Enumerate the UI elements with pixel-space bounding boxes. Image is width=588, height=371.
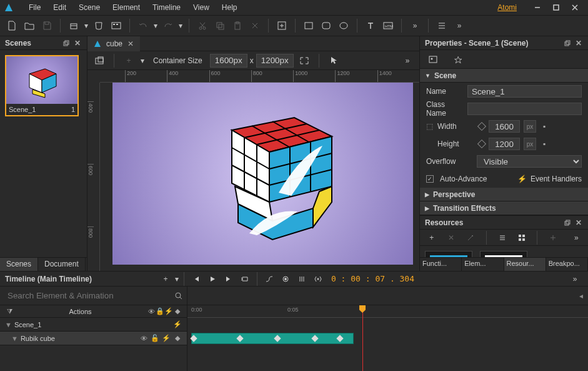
width-menu-icon[interactable]: ▪	[540, 122, 549, 131]
menu-element[interactable]: Element	[106, 1, 146, 14]
ellipse-tool-icon[interactable]	[336, 18, 352, 34]
res-restore-icon[interactable]	[563, 218, 572, 227]
section-transition[interactable]: ▶Transition Effects	[420, 201, 588, 215]
new-file-icon[interactable]	[4, 18, 20, 34]
track-scene[interactable]: ▼ Scene_1 ⚡	[0, 318, 187, 332]
visibility-icon[interactable]: 👁	[147, 307, 156, 316]
close-button[interactable]	[566, 1, 584, 14]
menu-file[interactable]: File	[22, 1, 47, 14]
menu-scene[interactable]: Scene	[72, 1, 106, 14]
text-tool-icon[interactable]	[362, 18, 379, 34]
html5-export-icon[interactable]	[91, 18, 107, 34]
video-export-icon[interactable]	[108, 18, 124, 34]
play-icon[interactable]	[204, 271, 221, 287]
container-height-input[interactable]	[256, 54, 294, 68]
auto-advance-checkbox[interactable]: ✓	[426, 175, 434, 183]
skip-end-icon[interactable]	[221, 271, 237, 287]
class-input[interactable]	[467, 103, 582, 115]
record-icon[interactable]	[277, 271, 294, 287]
height-input[interactable]	[489, 138, 520, 150]
height-unit[interactable]: px	[524, 138, 536, 150]
props-close-icon[interactable]: ✕	[574, 39, 583, 48]
timecode-display[interactable]: 0 : 00 : 07 . 304	[331, 274, 414, 283]
menu-help[interactable]: Help	[216, 1, 244, 14]
add-dropdown[interactable]: ▾	[139, 53, 146, 69]
name-input[interactable]	[467, 85, 582, 98]
rectangle-tool-icon[interactable]	[301, 18, 317, 34]
minimize-button[interactable]	[528, 1, 547, 14]
timeline-add-icon[interactable]: +	[157, 271, 174, 287]
easing-icon[interactable]	[261, 271, 277, 287]
tab-document[interactable]: Document	[38, 258, 86, 271]
container-width-input[interactable]	[210, 54, 247, 68]
rounded-rect-tool-icon[interactable]	[318, 18, 334, 34]
doc-close-icon[interactable]: ✕	[127, 39, 134, 48]
resource-item[interactable]: Artboard 5	[480, 251, 530, 257]
tab-scenes[interactable]: Scenes	[0, 258, 38, 271]
panel-restore-icon[interactable]	[62, 39, 71, 48]
action-icon[interactable]: ⚡	[164, 307, 173, 316]
track-rubik-cube[interactable]: ▼ Rubik cube 👁 🔓 ⚡ ◆	[0, 332, 187, 345]
timeline-search-input[interactable]	[4, 289, 174, 303]
height-keyframe[interactable]	[477, 140, 486, 148]
menu-timeline[interactable]: Timeline	[146, 1, 187, 14]
toolbar-menu-icon[interactable]	[434, 18, 450, 34]
redo-dropdown[interactable]: ▾	[177, 18, 184, 34]
toolbar-overflow2-icon[interactable]: »	[451, 18, 467, 34]
canvas-overflow-icon[interactable]: »	[399, 53, 416, 69]
timeline-overflow-icon[interactable]: »	[567, 271, 583, 287]
props-restore-icon[interactable]	[563, 39, 572, 48]
package-dropdown[interactable]: ▾	[83, 18, 89, 34]
playhead[interactable]	[362, 305, 363, 371]
open-folder-icon[interactable]	[21, 18, 37, 34]
panel-close-icon[interactable]: ✕	[73, 39, 82, 48]
overflow-select[interactable]: Visible	[477, 155, 582, 168]
animation-clip[interactable]	[191, 333, 354, 344]
package-icon[interactable]	[66, 18, 82, 34]
auto-key-icon[interactable]	[310, 271, 326, 287]
timeline-add-dropdown[interactable]: ▾	[174, 271, 180, 287]
toolbar-overflow-icon[interactable]: »	[407, 18, 423, 34]
res-list-view-icon[interactable]	[494, 230, 510, 246]
res-add-icon[interactable]: +	[424, 230, 439, 246]
responsive-icon[interactable]	[296, 53, 312, 69]
search-icon[interactable]	[174, 292, 183, 300]
add-element-icon[interactable]	[274, 18, 290, 34]
link-icon[interactable]: ⬚	[426, 122, 434, 131]
key-icon[interactable]: ◆	[173, 307, 182, 316]
event-handlers-label[interactable]: Event Handlers	[531, 175, 582, 183]
html-widget-icon[interactable]: HTML	[380, 18, 396, 34]
timeline-track-area[interactable]: 0:00 0:05	[187, 305, 588, 371]
lock-icon[interactable]: 🔒	[156, 307, 164, 316]
resource-item[interactable]: Artboard 6	[425, 251, 475, 257]
scene-thumbnail[interactable]: Scene_11	[5, 55, 79, 116]
section-scene[interactable]: ▼Scene	[420, 69, 588, 83]
res-grid-view-icon[interactable]	[514, 230, 529, 246]
res-close-icon[interactable]: ✕	[574, 218, 583, 227]
atomi-link[interactable]: Atomi	[497, 3, 517, 12]
res-overflow-icon[interactable]: »	[569, 230, 584, 246]
height-menu-icon[interactable]: ▪	[540, 140, 549, 148]
filter-icon[interactable]: ⧩	[5, 307, 14, 316]
menu-edit[interactable]: Edit	[47, 1, 72, 14]
general-tab-icon[interactable]	[425, 51, 441, 68]
fit-screen-icon[interactable]	[91, 53, 107, 69]
section-perspective[interactable]: ▶Perspective	[420, 188, 588, 201]
tab-functions[interactable]: Functi...	[420, 258, 462, 271]
width-input[interactable]	[489, 120, 520, 133]
tab-resources[interactable]: Resour...	[504, 258, 546, 271]
tab-breakpoints[interactable]: Breakpo...	[546, 258, 588, 271]
maximize-button[interactable]	[547, 1, 566, 14]
selection-tool-icon[interactable]	[326, 53, 342, 69]
undo-dropdown[interactable]: ▾	[152, 18, 159, 34]
effects-tab-icon[interactable]	[450, 51, 466, 68]
width-unit[interactable]: px	[524, 120, 536, 133]
canvas-stage[interactable]	[112, 83, 413, 265]
document-tab[interactable]: cube ✕	[87, 36, 140, 51]
width-keyframe[interactable]	[477, 122, 486, 131]
loop-icon[interactable]	[237, 271, 253, 287]
skip-start-icon[interactable]	[188, 271, 204, 287]
tab-elements[interactable]: Elem...	[462, 258, 504, 271]
menu-view[interactable]: View	[187, 1, 216, 14]
snap-icon[interactable]	[294, 271, 310, 287]
